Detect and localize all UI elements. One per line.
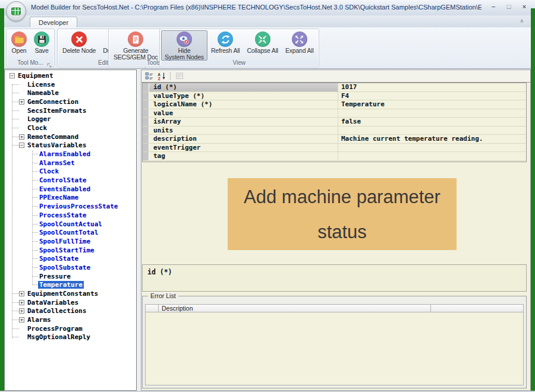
expand-box-icon[interactable]: + [19,99,24,105]
refresh-all-button[interactable]: Refresh All [207,30,244,55]
property-name[interactable]: logicalName (*) [149,100,338,109]
tree-item-controlstate[interactable]: ControlState [5,176,136,185]
property-name[interactable]: eventTrigger [149,144,338,152]
collapse-all-icon [257,34,268,45]
expand-box-icon[interactable]: + [19,317,24,323]
property-value[interactable]: Machine current temperature reading. [338,135,526,143]
tree-item-spoolcounttotal[interactable]: SpoolCountTotal [5,228,136,237]
tree-connector [12,93,19,93]
error-col-indicator[interactable] [146,305,159,312]
expand-box-icon[interactable]: + [19,308,24,314]
error-col-description[interactable]: Description [159,305,431,312]
svg-text:Z: Z [158,77,160,81]
collapse-box-icon[interactable]: − [10,73,15,78]
tab-developer[interactable]: Developer [30,17,77,28]
property-value[interactable]: Temperature [338,100,526,109]
tree-item-spoolsubstate[interactable]: SpoolSubstate [5,263,136,272]
tree-item-processprogram[interactable]: ProcessProgram [5,324,136,333]
tree-connector [33,154,38,154]
tree-item-datavariables[interactable]: +DataVariables [5,298,136,307]
error-list-caption: Error List [148,292,178,299]
collapse-all-button[interactable]: Collapse All [243,30,281,55]
tree-connector [12,128,19,128]
tree-item-clock[interactable]: Clock [5,167,136,176]
tree-item-nameable[interactable]: Nameable [5,88,136,97]
ribbon-group-tool-mo: OpenSaveTool Mo... [6,29,55,67]
expand-box-icon[interactable]: + [19,134,24,140]
minimize-button[interactable]: – [489,2,498,11]
tree-item-previousprocessstate[interactable]: PreviousProcessState [5,202,136,211]
tree-item-remotecommand[interactable]: +RemoteCommand [5,132,136,141]
expand-box-icon[interactable]: + [19,291,24,296]
tree-item-spoolstarttime[interactable]: SpoolStartTime [5,246,136,255]
tree-item-statusvariables[interactable]: −StatusVariables [5,141,136,150]
sort-alphabetical-icon[interactable]: A Z [156,71,166,81]
expand-all-button[interactable]: Expand All [282,30,317,55]
ribbon-collapse-chevron-icon[interactable]: ∧ [520,18,524,24]
app-icon[interactable] [6,1,26,21]
tree-item-datacollections[interactable]: +DataCollections [5,307,136,316]
error-list-body[interactable] [145,312,524,385]
tree-item-clock[interactable]: Clock [5,124,136,132]
tree-item-label: Logger [26,115,52,123]
tree-item-equipment[interactable]: −Equipment [5,71,136,80]
property-name[interactable]: units [149,127,338,135]
property-value[interactable]: false [338,118,526,126]
property-name[interactable]: value [149,109,338,118]
refresh-all-icon [220,34,231,45]
tree-item-alarmsset[interactable]: AlarmsSet [5,159,136,167]
generate-secs-gem-doc-button[interactable]: Generate SECS/GEM Doc [110,30,162,61]
tree-item-label: Clock [38,167,60,175]
expand-box-icon[interactable]: + [19,300,24,305]
error-col-extra[interactable] [431,305,523,312]
tree-connector [33,189,38,189]
close-button[interactable]: × [520,2,529,11]
dialog-launcher-icon[interactable] [47,60,52,65]
property-row-tag[interactable]: tag [143,152,526,161]
property-name[interactable]: id (*) [149,83,338,91]
tree-item-secsitemformats[interactable]: SecsItemFormats [5,106,136,115]
tree-item-equipmentconstants[interactable]: +EquipmentConstants [5,289,136,298]
tree-item-temperature-selected[interactable]: Temperature [5,281,136,290]
categorized-icon[interactable] [144,71,154,81]
delete-node-button[interactable]: Delete Node [59,30,99,55]
property-row-valuetype[interactable]: valueType (*)F4 [143,92,526,101]
tree-item-gemconnection[interactable]: +GemConnection [5,97,136,106]
maximize-button[interactable]: □ [504,2,514,11]
property-row-logicalname[interactable]: logicalName (*)Temperature [143,100,526,109]
save-button[interactable]: Save [30,30,53,55]
tree-item-license[interactable]: License [5,80,136,89]
property-help-panel: id (*) [142,264,527,292]
property-row-units[interactable]: units [143,127,526,135]
property-value[interactable] [338,144,526,152]
property-row-margin [143,92,149,100]
tree-item-pressure[interactable]: Pressure [5,272,136,281]
tree-item-spoolstate[interactable]: SpoolState [5,254,136,263]
property-value[interactable] [338,109,526,118]
open-button[interactable]: Open [8,30,30,55]
property-row-eventtrigger[interactable]: eventTrigger [143,144,526,153]
property-row-description[interactable]: descriptionMachine current temperature r… [143,135,526,144]
tree-item-logger[interactable]: Logger [5,115,136,124]
property-value[interactable]: 1017 [338,83,526,91]
tree-item-processstate[interactable]: ProcessState [5,211,136,220]
tree-item-msgoptionalreply[interactable]: MsgOptionalReply [5,333,136,342]
property-row-id[interactable]: id (*)1017 [143,83,526,92]
tree-item-alarms[interactable]: +Alarms [5,315,136,324]
property-name[interactable]: isArray [149,118,338,126]
tree-item-ppexecname[interactable]: PPExecName [5,194,136,203]
property-row-isarray[interactable]: isArrayfalse [143,118,526,127]
tree-item-spoolfulltime[interactable]: SpoolFullTime [5,237,136,246]
property-value[interactable] [338,152,526,160]
property-value[interactable]: F4 [338,92,526,100]
hide-system-nodes-button[interactable]: Hide System Nodes [161,30,207,61]
property-value[interactable] [338,127,526,135]
tree-item-eventsenabled[interactable]: EventsEnabled [5,185,136,194]
property-name[interactable]: tag [149,152,338,160]
tree-item-spoolcountactual[interactable]: SpoolCountActual [5,220,136,229]
tree-item-alarmsenabled[interactable]: AlarmsEnabled [5,150,136,159]
property-name[interactable]: valueType (*) [149,92,338,100]
collapse-box-icon[interactable]: − [19,143,24,148]
property-name[interactable]: description [149,135,338,143]
property-row-value[interactable]: value [143,109,526,118]
